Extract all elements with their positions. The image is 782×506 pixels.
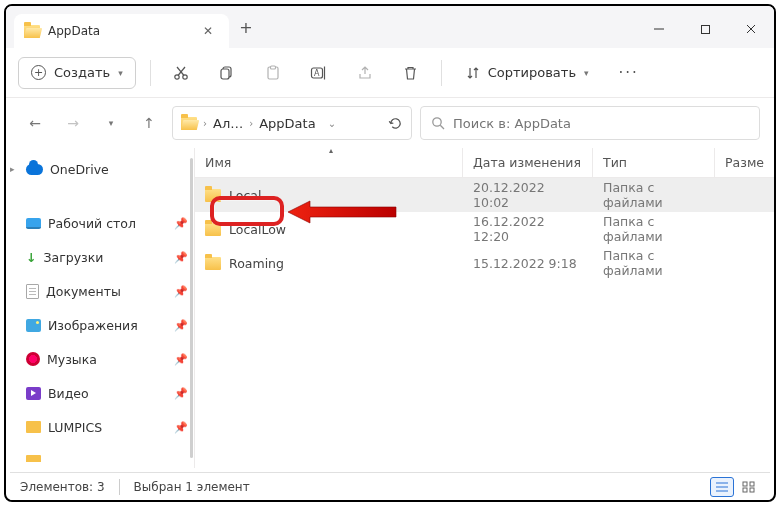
sidebar-item-label: LUMPICS bbox=[48, 420, 102, 435]
file-row[interactable]: Local 20.12.2022 10:02 Папка с файлами bbox=[195, 178, 774, 212]
svg-line-6 bbox=[178, 67, 185, 76]
sidebar-item-documents[interactable]: Документы 📌 bbox=[6, 274, 194, 308]
sort-label: Сортировать bbox=[488, 65, 576, 80]
window-controls bbox=[636, 10, 774, 48]
pin-icon: 📌 bbox=[174, 353, 188, 366]
sort-asc-icon: ▴ bbox=[329, 146, 333, 155]
refresh-button[interactable] bbox=[388, 116, 403, 131]
svg-rect-9 bbox=[221, 69, 229, 79]
plus-icon: + bbox=[31, 65, 46, 80]
delete-button[interactable] bbox=[395, 57, 427, 89]
sidebar-item-pictures[interactable]: Изображения 📌 bbox=[6, 308, 194, 342]
separator bbox=[441, 60, 442, 86]
column-headers: ▴ Имя Дата изменения Тип Разме bbox=[195, 148, 774, 178]
paste-button[interactable] bbox=[257, 57, 289, 89]
sidebar-item-label: Загрузки bbox=[43, 250, 103, 265]
status-count: Элементов: 3 bbox=[20, 480, 105, 494]
rename-button[interactable]: A bbox=[303, 57, 335, 89]
body: ▸ OneDrive Рабочий стол 📌 ↓ Загрузки 📌 Д… bbox=[6, 148, 774, 468]
up-button[interactable]: ↑ bbox=[134, 108, 164, 138]
svg-rect-20 bbox=[743, 482, 747, 486]
chevron-down-icon: ▾ bbox=[584, 68, 589, 78]
col-size[interactable]: Разме bbox=[715, 148, 774, 177]
file-type: Папка с файлами bbox=[593, 214, 715, 244]
file-date: 15.12.2022 9:18 bbox=[463, 256, 593, 271]
maximize-button[interactable] bbox=[682, 10, 728, 48]
file-name: LocalLow bbox=[229, 222, 286, 237]
sidebar-item-label: Музыка bbox=[47, 352, 97, 367]
more-button[interactable]: ··· bbox=[613, 57, 645, 89]
sidebar-onedrive[interactable]: ▸ OneDrive bbox=[6, 152, 194, 186]
sidebar-item-videos[interactable]: Видео 📌 bbox=[6, 376, 194, 410]
separator bbox=[150, 60, 151, 86]
share-button[interactable] bbox=[349, 57, 381, 89]
forward-button[interactable]: → bbox=[58, 108, 88, 138]
col-date[interactable]: Дата изменения bbox=[463, 148, 593, 177]
sidebar-item-desktop[interactable]: Рабочий стол 📌 bbox=[6, 206, 194, 240]
sidebar-item-label: Изображения bbox=[48, 318, 138, 333]
chevron-right-icon[interactable]: ▸ bbox=[10, 164, 15, 174]
chevron-right-icon: › bbox=[249, 118, 253, 129]
view-icons-button[interactable] bbox=[736, 477, 760, 497]
folder-icon bbox=[26, 455, 41, 462]
copy-button[interactable] bbox=[211, 57, 243, 89]
music-icon bbox=[26, 352, 40, 366]
pin-icon: 📌 bbox=[174, 421, 188, 434]
sidebar-label: OneDrive bbox=[50, 162, 109, 177]
pin-icon: 📌 bbox=[174, 285, 188, 298]
document-icon bbox=[26, 284, 39, 299]
address-bar[interactable]: › Ал… › AppData ⌄ bbox=[172, 106, 412, 140]
folder-icon bbox=[205, 223, 221, 236]
status-selection: Выбран 1 элемент bbox=[134, 480, 250, 494]
toolbar: + Создать ▾ A Сортировать ▾ ··· bbox=[6, 48, 774, 98]
sidebar-item-downloads[interactable]: ↓ Загрузки 📌 bbox=[6, 240, 194, 274]
svg-line-16 bbox=[440, 125, 444, 129]
download-icon: ↓ bbox=[26, 250, 36, 265]
breadcrumb-part[interactable]: Ал… bbox=[213, 116, 243, 131]
folder-icon bbox=[181, 117, 197, 130]
pictures-icon bbox=[26, 319, 41, 332]
pin-icon: 📌 bbox=[174, 319, 188, 332]
cut-button[interactable] bbox=[165, 57, 197, 89]
search-box[interactable] bbox=[420, 106, 760, 140]
chevron-right-icon: › bbox=[203, 118, 207, 129]
search-input[interactable] bbox=[453, 116, 749, 131]
sidebar-item-music[interactable]: Музыка 📌 bbox=[6, 342, 194, 376]
minimize-button[interactable] bbox=[636, 10, 682, 48]
sort-button[interactable]: Сортировать ▾ bbox=[456, 57, 599, 89]
file-row[interactable]: Roaming 15.12.2022 9:18 Папка с файлами bbox=[195, 246, 774, 280]
sidebar-item-lumpics[interactable]: LUMPICS 📌 bbox=[6, 410, 194, 444]
svg-rect-23 bbox=[750, 488, 754, 492]
file-name: Local bbox=[229, 188, 261, 203]
file-list: ▴ Имя Дата изменения Тип Разме Local 20.… bbox=[195, 148, 774, 468]
separator bbox=[119, 479, 120, 495]
col-type[interactable]: Тип bbox=[593, 148, 715, 177]
file-row[interactable]: LocalLow 16.12.2022 12:20 Папка с файлам… bbox=[195, 212, 774, 246]
svg-text:A: A bbox=[314, 69, 320, 78]
recent-dropdown[interactable]: ▾ bbox=[96, 108, 126, 138]
view-details-button[interactable] bbox=[710, 477, 734, 497]
tab-appdata[interactable]: AppData ✕ bbox=[14, 14, 229, 48]
sidebar-item-cut[interactable] bbox=[6, 444, 194, 462]
pin-icon: 📌 bbox=[174, 251, 188, 264]
sidebar-item-label: Рабочий стол bbox=[48, 216, 136, 231]
close-button[interactable] bbox=[728, 10, 774, 48]
folder-icon bbox=[24, 25, 40, 38]
navbar: ← → ▾ ↑ › Ал… › AppData ⌄ bbox=[6, 98, 774, 148]
svg-rect-11 bbox=[270, 66, 275, 69]
file-date: 20.12.2022 10:02 bbox=[463, 180, 593, 210]
back-button[interactable]: ← bbox=[20, 108, 50, 138]
tab-close-button[interactable]: ✕ bbox=[197, 22, 219, 40]
svg-line-7 bbox=[177, 67, 184, 76]
sidebar-item-label: Документы bbox=[46, 284, 121, 299]
svg-rect-22 bbox=[743, 488, 747, 492]
chevron-down-icon[interactable]: ⌄ bbox=[328, 118, 336, 129]
file-type: Папка с файлами bbox=[593, 180, 715, 210]
status-bar: Элементов: 3 Выбран 1 элемент bbox=[10, 472, 770, 500]
new-tab-button[interactable]: + bbox=[229, 18, 263, 37]
search-icon bbox=[431, 116, 445, 130]
breadcrumb-part[interactable]: AppData bbox=[259, 116, 315, 131]
sort-icon bbox=[466, 66, 480, 80]
folder-icon bbox=[205, 189, 221, 202]
create-button[interactable]: + Создать ▾ bbox=[18, 57, 136, 89]
